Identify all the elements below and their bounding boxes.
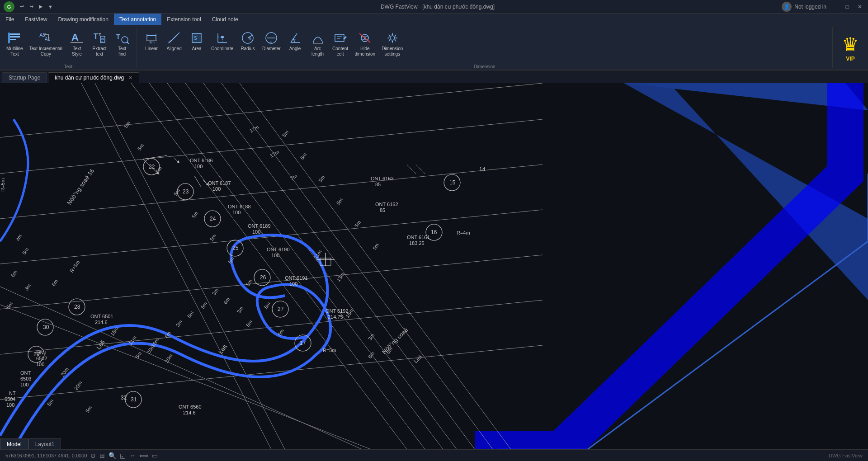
extract-text-button[interactable]: T Extracttext xyxy=(89,29,110,61)
play-button[interactable]: ▶ xyxy=(37,3,44,10)
svg-line-55 xyxy=(240,83,511,449)
text-style-button[interactable]: A TextStyle xyxy=(66,29,88,61)
svg-text:6m: 6m xyxy=(10,269,19,278)
svg-text:Leä: Leä xyxy=(217,343,228,355)
svg-line-56 xyxy=(0,165,542,219)
diameter-button[interactable]: ⌀ Diameter xyxy=(259,29,283,61)
svg-text:5m: 5m xyxy=(137,143,145,151)
svg-text:ONT 6191: ONT 6191 xyxy=(285,275,308,281)
maximize-button[interactable]: □ xyxy=(843,2,852,11)
angle-button[interactable]: ° Angle xyxy=(284,29,306,61)
layout1-tab[interactable]: Layout1 xyxy=(28,439,61,449)
grid-icon[interactable]: ⊞ xyxy=(99,452,105,459)
redo-button[interactable]: ↪ xyxy=(28,3,35,10)
osnap-icon[interactable]: ⟺ xyxy=(139,452,148,459)
content-edit-icon xyxy=(333,31,348,45)
model-tab[interactable]: Model xyxy=(0,439,28,449)
minimize-button[interactable]: — xyxy=(830,2,839,11)
text-find-button[interactable]: T Textfind xyxy=(111,29,133,61)
svg-text:5m: 5m xyxy=(281,129,290,138)
text-incremental-copy-button[interactable]: A2 A1 Text IncrementalCopy xyxy=(27,29,65,61)
close-button[interactable]: ✕ xyxy=(855,2,864,11)
aligned-button[interactable]: Aligned xyxy=(163,29,185,61)
polar-icon[interactable]: ↔ xyxy=(129,452,136,459)
svg-text:3m: 3m xyxy=(14,233,23,242)
menu-text-annotation[interactable]: Text annotation xyxy=(114,14,161,25)
svg-rect-2 xyxy=(9,39,16,40)
hide-dimension-button[interactable]: Hidedimension xyxy=(352,29,378,61)
tab-startup-label: Startup Page xyxy=(9,75,40,81)
svg-text:17: 17 xyxy=(300,340,306,346)
svg-text:23: 23 xyxy=(183,188,189,195)
menu-file[interactable]: File xyxy=(0,14,19,25)
circle-icon[interactable]: ⊙ xyxy=(90,452,96,459)
svg-text:100: 100 xyxy=(6,402,14,408)
arc-length-button[interactable]: Arclength xyxy=(307,29,329,61)
svg-text:14: 14 xyxy=(479,166,486,173)
diameter-icon: ⌀ xyxy=(264,31,278,45)
svg-text:24: 24 xyxy=(210,216,216,222)
dimension-group-label: Dimension xyxy=(141,63,829,70)
layout-tabs: Model Layout1 xyxy=(0,438,61,449)
svg-text:ONT 6192: ONT 6192 xyxy=(326,308,349,314)
svg-text:5m: 5m xyxy=(123,120,132,129)
svg-text:°: ° xyxy=(294,39,296,42)
radius-label: Radius xyxy=(241,46,255,52)
svg-text:15: 15 xyxy=(449,179,456,186)
multiline-text-label: MultilineText xyxy=(6,46,23,57)
text-group-label: Text xyxy=(4,63,133,70)
svg-text:5m: 5m xyxy=(227,256,236,264)
svg-line-32 xyxy=(291,33,297,42)
svg-text:13m: 13m xyxy=(335,272,345,282)
svg-text:5m: 5m xyxy=(191,211,199,219)
svg-text:6503: 6503 xyxy=(20,376,31,381)
svg-text:R: R xyxy=(249,37,251,41)
svg-text:25: 25 xyxy=(232,245,239,251)
content-edit-button[interactable]: Contentedit xyxy=(330,29,351,61)
dimension-settings-icon xyxy=(385,31,400,45)
text-incremental-copy-label: Text IncrementalCopy xyxy=(29,46,62,57)
arc-length-label: Arclength xyxy=(311,46,324,57)
svg-line-18 xyxy=(169,41,171,43)
linear-button[interactable]: dim Linear xyxy=(141,29,162,61)
menu-extension-tool[interactable]: Extension tool xyxy=(161,14,206,25)
qa-extra[interactable]: ▼ xyxy=(46,3,55,10)
vip-area[interactable]: ♛ VIP xyxy=(833,27,868,68)
menu-cloud-note[interactable]: Cloud note xyxy=(207,14,244,25)
user-avatar: 👤 xyxy=(782,2,792,12)
ortho-icon[interactable]: ◱ xyxy=(120,452,126,459)
tab-startup[interactable]: Startup Page xyxy=(2,72,47,83)
tab-dwg[interactable]: khu dân cư phước đông.dwg ✕ xyxy=(48,72,139,83)
svg-line-11 xyxy=(127,42,129,44)
svg-text:20m: 20m xyxy=(164,353,174,364)
app-name-status: DWG FastView xyxy=(829,453,863,458)
svg-text:S: S xyxy=(194,36,197,41)
radius-button[interactable]: R Radius xyxy=(237,29,259,61)
menu-fastview[interactable]: FastView xyxy=(19,14,52,25)
dimension-settings-button[interactable]: Dimensionsettings xyxy=(379,29,406,61)
svg-text:11m: 11m xyxy=(313,249,323,260)
undo-button[interactable]: ↩ xyxy=(18,3,26,10)
svg-rect-0 xyxy=(9,33,20,35)
multiline-text-button[interactable]: MultilineText xyxy=(4,29,26,61)
svg-line-53 xyxy=(203,83,475,449)
titlebar-right: 👤 Not logged in — □ ✕ xyxy=(782,2,864,12)
svg-text:ONT: ONT xyxy=(36,350,47,355)
svg-text:NT: NT xyxy=(9,390,16,396)
svg-text:3m: 3m xyxy=(211,287,220,296)
coordinate-button[interactable]: Coordinate xyxy=(208,29,236,61)
svg-text:5m: 5m xyxy=(200,301,208,310)
menu-drawing-modification[interactable]: Drawing modification xyxy=(52,14,113,25)
tab-close-icon[interactable]: ✕ xyxy=(128,75,132,80)
svg-text:100: 100 xyxy=(20,382,28,387)
lwt-icon[interactable]: ▭ xyxy=(152,452,158,459)
svg-text:85: 85 xyxy=(375,182,381,187)
svg-line-47 xyxy=(0,83,542,137)
cad-drawing: 22 23 24 25 26 27 17 30 29 28 31 32 16 1… xyxy=(0,83,868,449)
snap-icon[interactable]: 🔍 xyxy=(108,452,116,459)
linear-icon: dim xyxy=(144,31,159,45)
area-button[interactable]: S Area xyxy=(186,29,208,61)
svg-line-61 xyxy=(0,287,362,449)
angle-label: Angle xyxy=(289,46,301,52)
svg-text:6504: 6504 xyxy=(5,396,15,402)
